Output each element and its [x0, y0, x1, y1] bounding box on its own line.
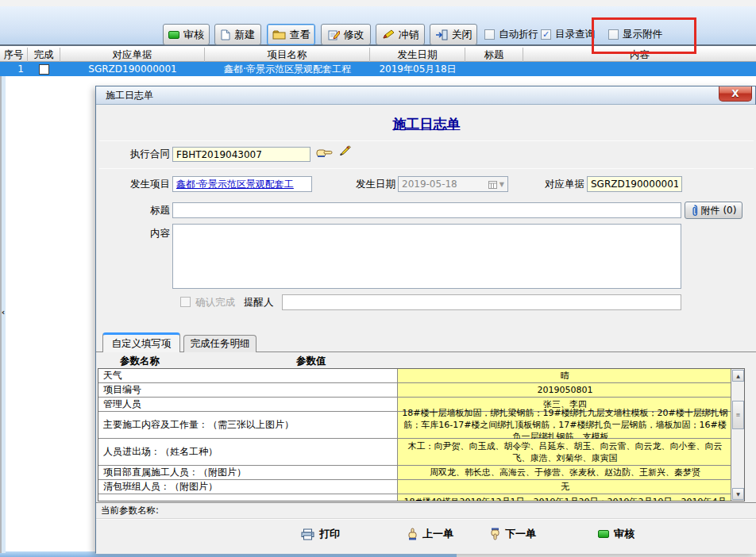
edit-pen-icon[interactable] [338, 144, 352, 158]
param-value[interactable]: 2019050801 [398, 383, 732, 397]
row-doc: SGRZD190000001 [60, 62, 205, 76]
previous-record-button-label: 上一单 [422, 527, 453, 541]
confirm-complete-label: 确认完成 [195, 296, 235, 309]
audit-button-label: 审核 [183, 28, 204, 42]
row-done-cell[interactable] [28, 62, 60, 76]
app-window: 审核 新建 查看 修改 冲销 关闭 自动折行 目录查询 [0, 0, 756, 557]
construction-log-dialog: 施工日志单 X 施工日志单 执行合同 发生项目 鑫都·帝景示范区景观配套工 发生… [95, 86, 756, 553]
contract-input[interactable] [172, 147, 310, 162]
writeoff-button-label: 冲销 [399, 28, 419, 42]
param-row[interactable]: 项目编号 2019050801 [98, 383, 732, 398]
confirm-complete-checkbox[interactable] [180, 297, 191, 307]
next-record-button-label: 下一单 [505, 527, 536, 541]
new-button[interactable]: 新建 [214, 24, 261, 45]
separator [99, 140, 754, 141]
audit-icon [168, 31, 179, 39]
param-value[interactable]: 周双龙、韩长忠、高海云、于修营、张麦秋、赵边防、王新兴、秦梦贤 [398, 466, 732, 479]
audit-footer-button-label: 审核 [614, 527, 634, 541]
form-title: 施工日志单 [96, 115, 756, 133]
content-textarea[interactable] [172, 224, 681, 289]
title-input[interactable] [172, 202, 681, 218]
param-row[interactable]: 天气 晴 [98, 369, 732, 383]
view-button[interactable]: 查看 [267, 24, 315, 45]
catalog-query-checkbox-box [541, 29, 551, 40]
column-header-done[interactable]: 完成 [28, 48, 60, 62]
column-header-seq[interactable]: 序号 [0, 48, 28, 62]
audit-icon [598, 530, 609, 538]
audit-button[interactable]: 审核 [163, 24, 210, 45]
pick-contract-hand-icon[interactable] [316, 147, 334, 159]
param-table-scrollbar[interactable]: ▲ ≡ ▼ [731, 369, 744, 501]
project-label: 发生项目 [122, 176, 170, 192]
modify-button-label: 修改 [344, 28, 364, 42]
audit-footer-button[interactable]: 审核 [598, 524, 634, 544]
catalog-query-checkbox[interactable]: 目录查询 [541, 28, 595, 41]
attachment-button-label: 附件 (0) [701, 204, 737, 217]
param-value[interactable]: 无 [398, 480, 732, 494]
param-name: 项目部直属施工人员：（附图片） [98, 466, 398, 479]
writeoff-button[interactable]: 冲销 [376, 24, 425, 45]
param-row[interactable]: 人员进出场：（姓名工种） 木工：向尹贺、向玉成、胡令学、吕延东、胡玉、向云雷、向… [98, 439, 732, 466]
scroll-down-icon[interactable]: ▼ [732, 488, 744, 500]
print-button[interactable]: 打印 [301, 524, 340, 544]
date-picker[interactable]: 2019-05-18 ▼ [398, 176, 508, 192]
param-name: 机械进出场及使用：（品牌、型号、使用时间） [98, 494, 398, 501]
autowrap-checkbox-box [484, 29, 495, 40]
reminder-input[interactable] [282, 294, 681, 310]
new-button-label: 新建 [234, 28, 255, 42]
new-document-icon [221, 29, 230, 40]
separator [99, 168, 754, 169]
print-button-label: 打印 [319, 527, 340, 541]
paperclip-icon [691, 205, 698, 216]
doc-input[interactable] [587, 176, 682, 192]
red-highlight-annotation [592, 17, 696, 54]
param-name: 主要施工内容及工作量：（需三张以上图片） [98, 412, 398, 438]
scroll-up-icon[interactable]: ▲ [732, 370, 744, 382]
dialog-body: 施工日志单 执行合同 发生项目 鑫都·帝景示范区景观配套工 发生日期 2019-… [96, 105, 756, 554]
scrollbar-thumb[interactable]: ≡ [732, 401, 744, 429]
row-project: 鑫都·帝景示范区景观配套工程 [205, 62, 370, 76]
column-header-title[interactable]: 标题 [465, 48, 523, 62]
collapse-arrow-icon[interactable]: ‹ [0, 306, 6, 317]
folder-icon [272, 30, 286, 40]
project-link[interactable]: 鑫都·帝景示范区景观配套工 [176, 178, 294, 191]
window-top-strip [0, 0, 756, 6]
close-button[interactable]: 关闭 [430, 24, 477, 45]
attachment-button[interactable]: 附件 (0) [685, 202, 742, 219]
tab-custom-fields[interactable]: 自定义填写项 [102, 332, 180, 352]
tab-custom-fields-label: 自定义填写项 [112, 337, 172, 351]
dialog-close-button[interactable]: X [719, 86, 752, 102]
param-value[interactable]: 晴 [398, 369, 732, 382]
dialog-title: 施工日志单 [106, 89, 153, 102]
status-bar: 当前参数名称: [96, 502, 756, 517]
column-header-doc[interactable]: 对应单据 [60, 48, 205, 62]
date-value: 2019-05-18 [402, 179, 457, 190]
dialog-titlebar[interactable]: 施工日志单 X [96, 86, 755, 105]
autowrap-checkbox[interactable]: 自动折行 [484, 28, 538, 41]
edit-page-icon [328, 29, 340, 40]
content-label: 内容 [122, 225, 170, 241]
param-value[interactable]: 18#楼十层墙板加固，绑扎梁钢筋；19#楼绑扎九层支墙柱模板；20#楼十层绑扎钢… [398, 412, 732, 438]
column-header-date[interactable]: 发生日期 [370, 48, 465, 62]
modify-button[interactable]: 修改 [321, 24, 371, 45]
param-row[interactable]: 机械进出场及使用：（品牌、型号、使用时间） 18#楼49塔吊2018年12月1日… [98, 494, 732, 501]
param-row[interactable]: 主要施工内容及工作量：（需三张以上图片） 18#楼十层墙板加固，绑扎梁钢筋；19… [98, 412, 732, 439]
row-seq: 1 [0, 62, 24, 76]
param-value[interactable]: 木工：向尹贺、向玉成、胡令学、吕延东、胡玉、向云雷、向云龙、向小奎、向云飞、康浩… [398, 439, 732, 465]
hand-down-icon [490, 528, 500, 540]
calendar-icon [488, 180, 497, 189]
next-record-button[interactable]: 下一单 [490, 524, 536, 544]
doc-label: 对应单据 [537, 176, 584, 192]
param-table: 天气 晴 项目编号 2019050801 管理人员 张三、李四 主要施工内容及工… [98, 368, 745, 501]
tab-task-detail[interactable]: 完成任务明细 [183, 335, 256, 352]
param-value[interactable]: 18#楼49塔吊2018年12月1日－2019年1月20日；2019年2月19日… [398, 494, 732, 501]
list-row-selected[interactable]: 1 SGRZD190000001 鑫都·帝景示范区景观配套工程 2019年05月… [0, 62, 756, 76]
dropdown-arrow-icon[interactable]: ▼ [499, 181, 504, 188]
row-done-checkbox[interactable] [39, 64, 49, 75]
previous-record-button[interactable]: 上一单 [407, 524, 453, 544]
project-link-box[interactable]: 鑫都·帝景示范区景观配套工 [172, 176, 312, 192]
param-row[interactable]: 清包班组人员：（附图片） 无 [98, 480, 732, 494]
column-header-project[interactable]: 项目名称 [205, 48, 370, 62]
param-row[interactable]: 项目部直属施工人员：（附图片） 周双龙、韩长忠、高海云、于修营、张麦秋、赵边防、… [98, 466, 732, 480]
close-button-label: 关闭 [452, 28, 472, 42]
